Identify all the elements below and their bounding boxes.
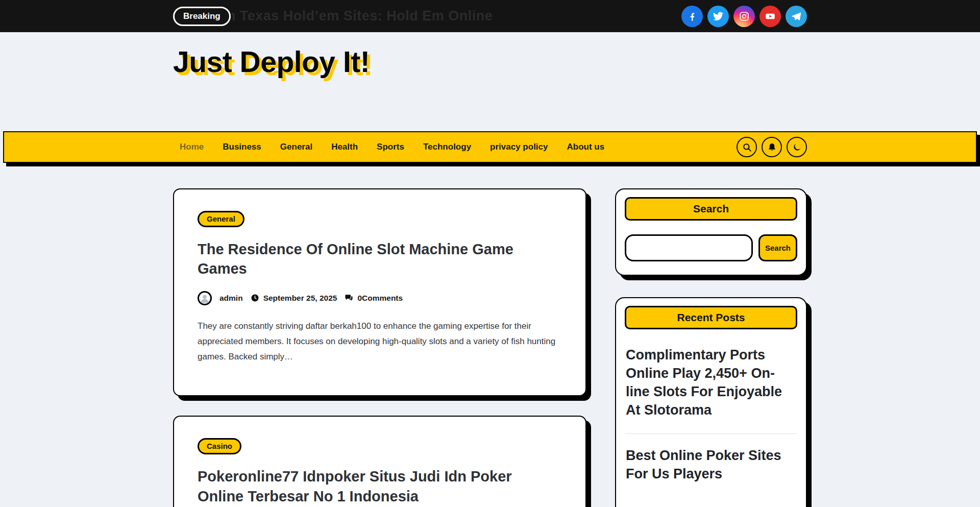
comments-icon xyxy=(345,294,353,302)
instagram-link[interactable] xyxy=(733,6,755,27)
nav-item-sports[interactable]: Sports xyxy=(377,142,404,152)
post-card: Casino Pokeronline77 Idnpoker Situs Judi… xyxy=(173,416,586,507)
nav-item-technology[interactable]: Technology xyxy=(423,142,471,152)
notifications-button[interactable] xyxy=(762,137,782,157)
nav-item-business[interactable]: Business xyxy=(223,142,261,152)
bell-icon xyxy=(767,142,777,152)
instagram-icon xyxy=(739,11,750,22)
main-content: General The Residence Of Online Slot Mac… xyxy=(0,188,980,507)
telegram-icon xyxy=(791,11,802,22)
avatar xyxy=(198,291,212,305)
search-widget: Search Search xyxy=(615,188,807,276)
author-link[interactable]: admin xyxy=(219,294,243,303)
clock-icon xyxy=(251,294,259,302)
search-widget-title: Search xyxy=(625,197,797,221)
dark-mode-toggle[interactable] xyxy=(787,137,807,157)
twitter-link[interactable] xyxy=(707,6,729,27)
recent-post-link[interactable]: Best Online Poker Sites For Us Players xyxy=(625,433,797,497)
post-date: September 25, 2025 xyxy=(263,294,337,303)
category-badge[interactable]: General xyxy=(198,211,244,227)
topbar: Breaking n Texas Hold’em Sites: Hold Em … xyxy=(0,0,980,32)
comments-link[interactable]: 0Comments xyxy=(357,294,403,303)
nav-links: Home Business General Health Sports Tech… xyxy=(173,142,604,152)
recent-posts-widget: Recent Posts Complimentary Ports Online … xyxy=(615,297,807,507)
youtube-icon xyxy=(765,11,776,22)
category-badge[interactable]: Casino xyxy=(198,438,241,454)
nav-item-privacy-policy[interactable]: privacy policy xyxy=(490,142,548,152)
breaking-badge: Breaking xyxy=(173,7,231,26)
facebook-icon xyxy=(687,11,698,22)
posts-column: General The Residence Of Online Slot Mac… xyxy=(173,188,586,507)
post-title[interactable]: The Residence Of Online Slot Machine Gam… xyxy=(198,239,562,279)
site-title[interactable]: Just Deploy It! xyxy=(173,43,387,80)
search-input[interactable] xyxy=(625,234,753,261)
nav-item-health[interactable]: Health xyxy=(331,142,358,152)
post-card: General The Residence Of Online Slot Mac… xyxy=(173,188,586,396)
search-button[interactable]: Search xyxy=(758,234,797,261)
recent-posts-list: Complimentary Ports Online Play 2,450+ O… xyxy=(625,333,797,497)
facebook-link[interactable] xyxy=(681,6,703,27)
nav-item-about-us[interactable]: About us xyxy=(567,142,604,152)
post-title[interactable]: Pokeronline77 Idnpoker Situs Judi Idn Po… xyxy=(198,467,555,506)
post-meta: admin September 25, 2025 0Comments xyxy=(198,291,562,305)
search-toggle-button[interactable] xyxy=(737,137,757,157)
nav-item-general[interactable]: General xyxy=(280,142,312,152)
breaking-news-ticker: n Texas Hold’em Sites: Hold Em Online xyxy=(232,6,671,27)
twitter-icon xyxy=(713,11,724,22)
ticker-text: n Texas Hold’em Sites: Hold Em Online xyxy=(232,8,493,24)
main-navbar: Home Business General Health Sports Tech… xyxy=(3,131,977,163)
post-excerpt: They are constantly striving daftar berk… xyxy=(198,319,562,365)
social-links xyxy=(681,6,807,27)
moon-icon xyxy=(792,142,802,152)
search-icon xyxy=(742,142,752,152)
telegram-link[interactable] xyxy=(786,6,807,27)
recent-posts-title: Recent Posts xyxy=(625,306,797,329)
recent-post-link[interactable]: Complimentary Ports Online Play 2,450+ O… xyxy=(625,333,797,433)
youtube-link[interactable] xyxy=(760,6,781,27)
site-header: Just Deploy It! xyxy=(0,32,980,131)
sidebar: Search Search Recent Posts Complimentary… xyxy=(615,188,807,507)
nav-item-home[interactable]: Home xyxy=(180,142,204,152)
